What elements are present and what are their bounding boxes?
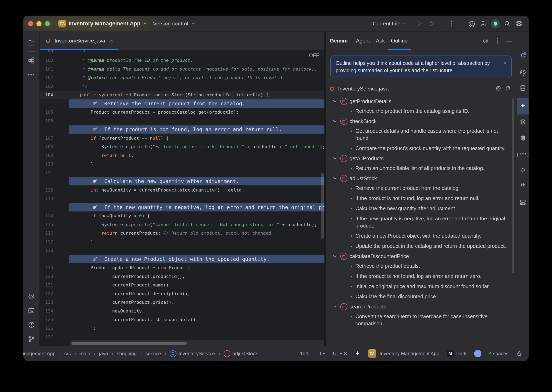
line-number[interactable]: 121	[40, 282, 69, 287]
line-number[interactable]: 127	[40, 334, 69, 339]
breadcrumb-item[interactable]: main	[79, 351, 90, 357]
close-window-button[interactable]	[28, 21, 33, 26]
code-line[interactable]: 116 return currentProduct; // Return old…	[40, 229, 324, 238]
app-insights-tool-button[interactable]	[517, 164, 529, 176]
ai-summary-row[interactable]: Create a new Product object with the upd…	[40, 255, 324, 264]
line-number[interactable]: 123	[40, 300, 69, 305]
status-dot[interactable]	[474, 350, 481, 357]
code-line[interactable]: 111	[40, 168, 324, 177]
sparkle-icon[interactable]	[354, 350, 360, 357]
code-line[interactable]: 123 currentProduct.price(),	[40, 298, 324, 307]
code-line[interactable]: 124 newQuantity,	[40, 307, 324, 315]
breadcrumb-item[interactable]: service	[145, 351, 161, 357]
line-number[interactable]: 110	[40, 161, 69, 167]
breadcrumb-item[interactable]: java	[99, 351, 108, 357]
line-number[interactable]: 104	[40, 92, 69, 97]
ai-summary-banner[interactable]: Create a new Product object with the upd…	[69, 255, 324, 263]
breadcrumb-item[interactable]: src	[64, 351, 71, 357]
line-number[interactable]: 122	[40, 291, 69, 296]
run-tool-button[interactable]	[26, 290, 37, 302]
scrollbar-thumb[interactable]	[72, 342, 187, 345]
secrets-tool-button[interactable]: [***]	[517, 149, 529, 161]
editor-panel-splitter[interactable]	[324, 32, 326, 346]
debug-button[interactable]	[425, 18, 437, 29]
code-line[interactable]: 120 currentProduct.productId(),	[40, 272, 324, 281]
code-line[interactable]: 99 *	[40, 50, 324, 56]
layers-tool-button[interactable]	[517, 116, 529, 128]
database-tool-button[interactable]	[517, 82, 529, 94]
code-line[interactable]: 121 currentProduct.name(),	[40, 281, 324, 289]
line-number[interactable]: 126	[40, 326, 69, 331]
line-number[interactable]: 101	[40, 66, 69, 71]
line-number[interactable]: 124	[40, 308, 69, 314]
outline-method[interactable]: msearchProducts	[326, 302, 511, 311]
code-line[interactable]: 108 System.err.println("Failed to adjust…	[40, 142, 324, 151]
ai-summary-row[interactable]: If the product is not found, log an erro…	[40, 125, 324, 134]
line-number[interactable]: 118	[40, 248, 69, 253]
code-line[interactable]: 119 Product updatedProduct = new Product…	[40, 264, 324, 272]
preview-eye-button[interactable]	[481, 36, 490, 45]
line-number[interactable]: 112	[40, 188, 69, 193]
line-number[interactable]: 117	[40, 239, 69, 244]
editor-tab[interactable]: InventoryService.java ×	[40, 32, 119, 50]
code-line[interactable]: 107 if (currentProduct == null) {	[40, 134, 324, 142]
outline-method[interactable]: mgetAllProducts	[326, 154, 511, 163]
breadcrumb-item[interactable]: madjustStock	[224, 350, 258, 357]
app-widget[interactable]: IA Inventory Management App	[368, 349, 439, 358]
code-line[interactable]: 117 }	[40, 238, 324, 246]
search-everywhere-button[interactable]	[501, 18, 513, 29]
code-line[interactable]: 122 currentProduct.description(),	[40, 289, 324, 298]
line-number[interactable]: 125	[40, 317, 69, 322]
line-number[interactable]: 105	[40, 110, 69, 115]
outline-method[interactable]: mgetProductDetails	[326, 96, 511, 106]
code-line[interactable]: 101 * @param delta The amount to add or …	[40, 65, 324, 73]
ai-summary-row[interactable]: Calculate the new quantity after adjustm…	[40, 177, 324, 186]
ai-summary-row[interactable]: If the new quantity is negative, log an …	[40, 203, 324, 212]
code-line[interactable]: 109 return null;	[40, 151, 324, 160]
more-actions-button[interactable]: ⋮	[445, 18, 457, 29]
project-tool-button[interactable]	[26, 37, 37, 48]
code-line[interactable]: 102 * @return The updated Product object…	[40, 73, 324, 82]
line-number[interactable]: 115	[40, 222, 69, 227]
outline-method[interactable]: madjustStock	[326, 174, 511, 183]
chevron-down-icon[interactable]	[332, 156, 337, 161]
line-number[interactable]: 99	[40, 50, 69, 54]
problems-tool-button[interactable]	[26, 319, 37, 331]
line-number[interactable]: 103	[40, 84, 69, 89]
line-ending-widget[interactable]: LF	[320, 351, 325, 357]
inlay-off-badge[interactable]: OFF	[309, 52, 319, 58]
code-line[interactable]: 114 if (newQuantity < 0) {	[40, 212, 324, 220]
line-number[interactable]: 113	[40, 196, 69, 201]
line-number[interactable]: 119	[40, 265, 69, 270]
editor-horizontal-scrollbar[interactable]	[70, 340, 324, 346]
settings-button[interactable]: ⚙	[513, 18, 525, 29]
breadcrumb-item[interactable]: CInventoryService	[170, 350, 215, 357]
line-number[interactable]: 116	[40, 231, 69, 236]
profiler-tool-button[interactable]	[517, 179, 529, 191]
code-with-me-button[interactable]	[478, 18, 489, 29]
line-number[interactable]: 100	[40, 58, 69, 63]
code-line[interactable]: 105 Product currentProduct = productCata…	[40, 108, 324, 117]
show-in-editor-button[interactable]	[495, 85, 501, 92]
caret-position-widget[interactable]: 104:1	[300, 351, 312, 357]
line-number[interactable]: 111	[40, 170, 69, 175]
device-manager-tool-button[interactable]	[517, 196, 529, 208]
outline-file-row[interactable]: InventoryService.java	[326, 84, 517, 94]
chevron-down-icon[interactable]	[332, 253, 337, 259]
ai-chat-tool-button[interactable]	[517, 67, 529, 79]
chevron-down-icon[interactable]	[332, 304, 337, 309]
line-number[interactable]: 106	[40, 118, 69, 123]
code-line[interactable]: 118	[40, 246, 324, 255]
device-explorer-tool-button[interactable]	[517, 132, 529, 144]
code-line[interactable]: 112 int newQuantity = currentProduct.sto…	[40, 186, 324, 194]
hide-panel-button[interactable]: —	[505, 36, 514, 45]
line-number[interactable]: 114	[40, 213, 69, 218]
panel-options-button[interactable]: ⋮	[493, 36, 502, 45]
chevron-down-icon[interactable]	[332, 99, 337, 104]
more-tools-button[interactable]: •••	[26, 69, 37, 81]
code-line[interactable]: 126 );	[40, 324, 324, 333]
ai-summary-banner[interactable]: Retrieve the current product from the ca…	[69, 99, 324, 108]
code-line[interactable]: 113	[40, 194, 324, 203]
ai-assistant-button[interactable]: @	[466, 18, 478, 29]
ai-summary-row[interactable]: Retrieve the current product from the ca…	[40, 99, 324, 108]
